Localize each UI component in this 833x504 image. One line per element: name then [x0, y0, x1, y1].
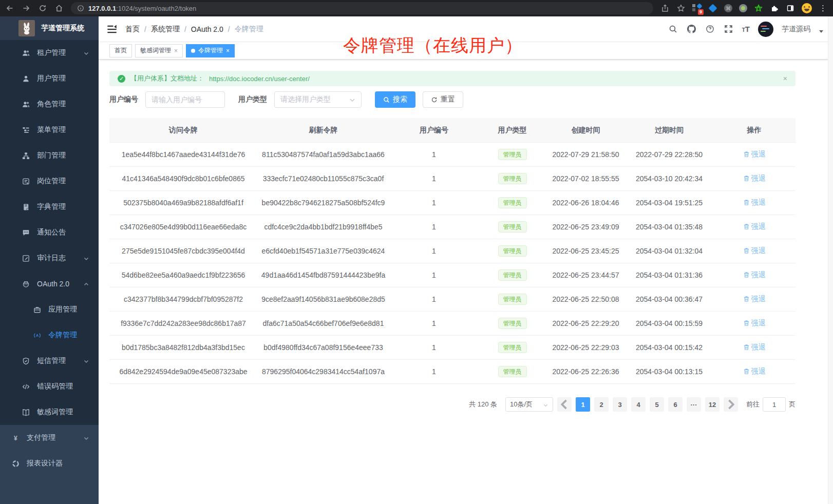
table-row: 275e5de9151045fe87cbdc395e004f4de6cfd40e…: [109, 239, 796, 263]
puzzle-extensions-icon[interactable]: [770, 4, 779, 13]
user-avatar[interactable]: [758, 22, 773, 37]
breadcrumb-item[interactable]: 系统管理: [151, 25, 180, 34]
browser-menu-kebab-icon[interactable]: ⋮: [819, 4, 828, 13]
sidebar-item-menu[interactable]: 菜单管理: [0, 117, 99, 143]
sidebar-item-label: 应用管理: [48, 305, 77, 314]
force-logout-button[interactable]: 强退: [743, 295, 766, 304]
app-logo-bar[interactable]: 芋道管理系统: [0, 16, 99, 40]
next-page-button[interactable]: [724, 397, 738, 412]
sidebar-item-error-code[interactable]: 错误码管理: [0, 374, 99, 399]
user-type-cell: 管理员: [479, 221, 546, 232]
access-token-cell: 6d842e2924594de9a09e45e087323abe: [109, 367, 257, 376]
user-type-tag: 管理员: [498, 245, 527, 257]
tab-首页[interactable]: 首页: [109, 44, 132, 57]
breadcrumb-item: 令牌管理: [235, 25, 263, 34]
site-info-icon[interactable]: [77, 5, 84, 12]
scrollbar-track[interactable]: [828, 16, 833, 504]
sidebar-item-oauth2[interactable]: OAuth 2.0: [0, 271, 99, 297]
column-header: 刷新令牌: [257, 126, 389, 135]
sidebar-item-oauth2-token[interactable]: A令牌管理: [0, 322, 99, 348]
sidebar-item-audit-log[interactable]: 审计日志: [0, 245, 99, 271]
trash-icon: [743, 296, 750, 302]
browser-home-icon[interactable]: [54, 4, 64, 13]
command-extension-icon[interactable]: ⌘: [724, 4, 732, 12]
force-logout-button[interactable]: 强退: [743, 174, 766, 183]
force-logout-button[interactable]: 强退: [743, 198, 766, 207]
force-logout-button[interactable]: 强退: [743, 246, 766, 256]
browser-back-icon[interactable]: [5, 4, 14, 13]
tab-close-icon[interactable]: ×: [174, 48, 178, 54]
page-button-1[interactable]: 1: [576, 397, 590, 412]
column-header: 创建时间: [546, 126, 626, 135]
extension-badge-icon[interactable]: 9: [692, 4, 702, 13]
sidebar-item-dept[interactable]: 部门管理: [0, 143, 99, 168]
force-logout-button[interactable]: 强退: [743, 343, 766, 352]
goto-page-input[interactable]: [763, 397, 786, 412]
force-logout-button[interactable]: 强退: [743, 319, 766, 328]
page-size-select[interactable]: 10条/页: [505, 397, 553, 412]
sidebar-item-notice[interactable]: 通知公告: [0, 220, 99, 245]
sidebar-item-dict[interactable]: 字典管理: [0, 194, 99, 220]
breadcrumb-item[interactable]: OAuth 2.0: [191, 25, 223, 33]
sidebar-collapse-icon[interactable]: [107, 24, 117, 34]
user-id-cell: 1: [389, 343, 479, 352]
alert-close-icon[interactable]: ×: [783, 74, 787, 83]
tab-敏感词管理[interactable]: 敏感词管理×: [135, 44, 183, 57]
breadcrumb-item[interactable]: 首页: [125, 25, 140, 34]
browser-profile-avatar[interactable]: [802, 3, 812, 13]
sidebar-item-pay[interactable]: ¥支付管理: [0, 425, 99, 451]
page-button-2[interactable]: 2: [594, 397, 609, 412]
sidebar-item-oauth2-app[interactable]: 应用管理: [0, 297, 99, 322]
sidepanel-icon[interactable]: [786, 4, 795, 13]
sidebar-item-post[interactable]: 岗位管理: [0, 168, 99, 194]
force-logout-button[interactable]: 强退: [743, 367, 766, 376]
user-type-tag: 管理员: [498, 318, 527, 329]
record-extension-icon[interactable]: [739, 4, 747, 12]
bookmark-star-icon[interactable]: [676, 4, 686, 13]
pager-ellipsis[interactable]: ···: [687, 397, 701, 412]
header-search-icon[interactable]: [668, 24, 678, 34]
prev-page-button[interactable]: [557, 397, 572, 412]
sidebar-item-role[interactable]: 角色管理: [0, 91, 99, 117]
user-type-tag: 管理员: [498, 342, 527, 353]
user-id-input[interactable]: [145, 91, 225, 108]
github-icon[interactable]: [687, 24, 697, 34]
sidebar-item-report[interactable]: 报表设计器: [0, 451, 99, 476]
user-type-select[interactable]: 请选择用户类型: [274, 91, 362, 108]
share-icon[interactable]: [660, 4, 670, 13]
page-button-12[interactable]: 12: [705, 397, 720, 412]
sidebar-item-sms[interactable]: 短信管理: [0, 348, 99, 374]
create-time-cell: 2022-06-26 18:04:46: [546, 199, 626, 207]
breadcrumb-separator: /: [144, 25, 146, 33]
tab-令牌管理[interactable]: 令牌管理×: [186, 44, 235, 57]
force-logout-button[interactable]: 强退: [743, 150, 766, 159]
user-type-cell: 管理员: [479, 342, 546, 353]
address-bar[interactable]: 127.0.0.1:1024/system/oauth2/token: [71, 2, 653, 14]
sidebar-item-tenant[interactable]: 租户管理: [0, 40, 99, 66]
force-logout-button[interactable]: 强退: [743, 222, 766, 231]
user-type-cell: 管理员: [479, 366, 546, 377]
chevron-down-icon[interactable]: [819, 27, 824, 32]
sidebar-item-user[interactable]: 用户管理: [0, 66, 99, 91]
browser-forward-icon[interactable]: [22, 4, 31, 13]
fullscreen-icon[interactable]: [724, 24, 734, 34]
reset-button[interactable]: 重置: [423, 91, 463, 108]
user-name[interactable]: 芋道源码: [782, 25, 810, 34]
tab-close-icon[interactable]: ×: [226, 48, 230, 54]
help-icon[interactable]: [705, 24, 715, 34]
tags-view-bar: 首页敏感词管理×令牌管理×: [99, 42, 833, 60]
page-button-3[interactable]: 3: [613, 397, 627, 412]
page-button-4[interactable]: 4: [631, 397, 646, 412]
page-size-value: 10条/页: [510, 400, 533, 409]
user-type-cell: 管理员: [479, 269, 546, 281]
sidebar-item-sensitive-word[interactable]: 敏感词管理: [0, 399, 99, 425]
force-logout-button[interactable]: 强退: [743, 270, 766, 280]
gem-extension-icon[interactable]: [708, 4, 717, 13]
browser-reload-icon[interactable]: [38, 4, 47, 13]
star-extension-icon[interactable]: [754, 4, 763, 13]
search-button[interactable]: 搜索: [375, 91, 415, 108]
page-button-6[interactable]: 6: [668, 397, 683, 412]
page-button-5[interactable]: 5: [650, 397, 664, 412]
font-size-icon[interactable]: TT: [742, 25, 750, 33]
alert-doc-link[interactable]: https://doc.iocoder.cn/user-center/: [209, 75, 310, 83]
